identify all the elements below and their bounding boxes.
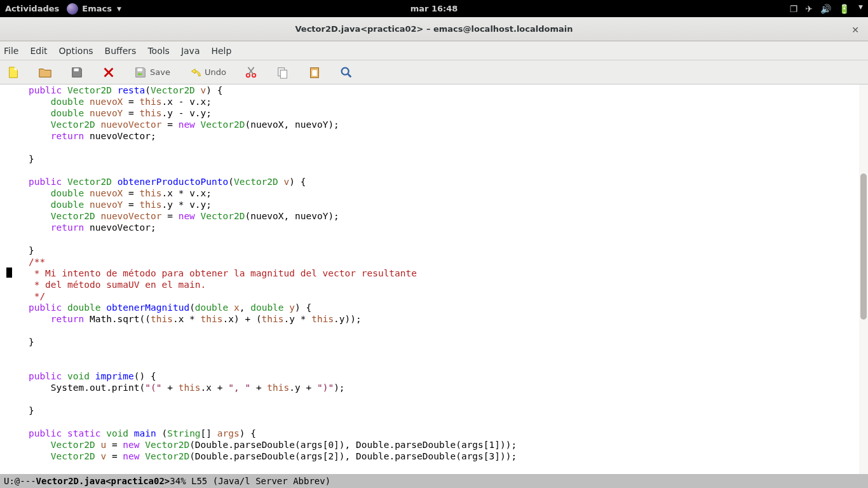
menu-tools[interactable]: Tools <box>147 46 170 56</box>
window-titlebar[interactable]: Vector2D.java<practica02> – emacs@localh… <box>0 17 868 41</box>
modeline-prefix: U:@--- <box>4 476 36 486</box>
svg-rect-5 <box>280 70 287 78</box>
undo-label: Undo <box>205 67 226 77</box>
clock[interactable]: mar 16:48 <box>410 4 458 13</box>
menu-file[interactable]: File <box>4 46 18 56</box>
menu-java[interactable]: Java <box>181 46 200 56</box>
code-content: public Vector2D resta(Vector2D v) { doub… <box>6 85 868 462</box>
active-app-indicator[interactable]: Emacs▼ <box>67 3 121 15</box>
cut-button[interactable] <box>244 65 258 79</box>
activities-button[interactable]: Actividades <box>5 4 59 13</box>
close-icon[interactable]: ✕ <box>851 25 859 35</box>
open-file-button[interactable] <box>38 65 52 79</box>
vertical-scrollbar[interactable] <box>859 85 868 474</box>
scrollbar-thumb[interactable] <box>860 173 867 320</box>
emacs-window: Vector2D.java<practica02> – emacs@localh… <box>0 17 868 488</box>
svg-point-8 <box>342 67 349 74</box>
editor-area[interactable]: public Vector2D resta(Vector2D v) { doub… <box>0 85 868 474</box>
modeline-position: 34% L55 (Java/l Server Abbrev) <box>170 476 330 486</box>
airplane-mode-icon[interactable]: ✈ <box>805 4 813 14</box>
emacs-icon <box>67 3 78 15</box>
svg-rect-0 <box>74 68 78 71</box>
menu-options[interactable]: Options <box>59 46 93 56</box>
tool-bar: Save Undo <box>0 60 868 85</box>
save-button[interactable]: Save <box>133 65 170 79</box>
undo-button[interactable]: Undo <box>188 65 226 79</box>
search-button[interactable] <box>339 65 353 79</box>
menu-bar: File Edit Options Buffers Tools Java Hel… <box>0 41 868 60</box>
paste-button[interactable] <box>308 65 322 79</box>
save-label: Save <box>150 67 170 77</box>
chevron-down-icon: ▼ <box>117 6 121 12</box>
system-menu-chevron-icon[interactable]: ▼ <box>858 4 863 14</box>
window-title: Vector2D.java<practica02> – emacs@localh… <box>295 24 573 34</box>
battery-icon[interactable]: 🔋 <box>839 4 850 14</box>
gnome-top-bar: Actividades Emacs▼ mar 16:48 ❐ ✈ 🔊 🔋 ▼ <box>0 0 868 17</box>
volume-icon[interactable]: 🔊 <box>820 4 831 14</box>
menu-help[interactable]: Help <box>211 46 231 56</box>
save-as-button[interactable] <box>70 65 84 79</box>
copy-button[interactable] <box>276 65 290 79</box>
menu-edit[interactable]: Edit <box>30 46 47 56</box>
menu-buffers[interactable]: Buffers <box>105 46 137 56</box>
window-list-icon[interactable]: ❐ <box>790 4 798 14</box>
text-cursor <box>6 268 12 278</box>
svg-rect-1 <box>137 68 142 71</box>
modeline-buffer-name: Vector2D.java<practica02> <box>36 476 170 486</box>
new-file-button[interactable] <box>6 65 20 79</box>
svg-rect-7 <box>312 70 316 76</box>
close-buffer-button[interactable] <box>102 65 116 79</box>
mode-line[interactable]: U:@--- Vector2D.java<practica02> 34% L55… <box>0 474 868 488</box>
active-app-name: Emacs <box>82 4 112 13</box>
